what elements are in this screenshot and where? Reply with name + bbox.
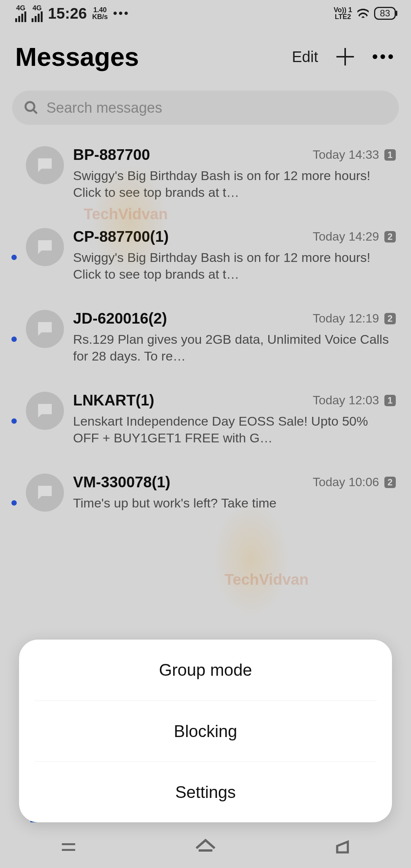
nav-recent-button[interactable] <box>55 834 82 860</box>
system-nav-bar <box>0 826 411 868</box>
menu-item-group-mode[interactable]: Group mode <box>19 640 392 700</box>
menu-item-settings[interactable]: Settings <box>34 761 377 822</box>
nav-back-button[interactable] <box>329 834 356 860</box>
nav-home-button[interactable] <box>192 834 219 860</box>
screen: 4G 4G 15:26 1.40KB/s ••• Vo)) 1LTE2 83 M… <box>0 0 411 868</box>
overflow-menu: Group mode Blocking Settings <box>19 640 392 822</box>
menu-item-blocking[interactable]: Blocking <box>34 700 377 761</box>
